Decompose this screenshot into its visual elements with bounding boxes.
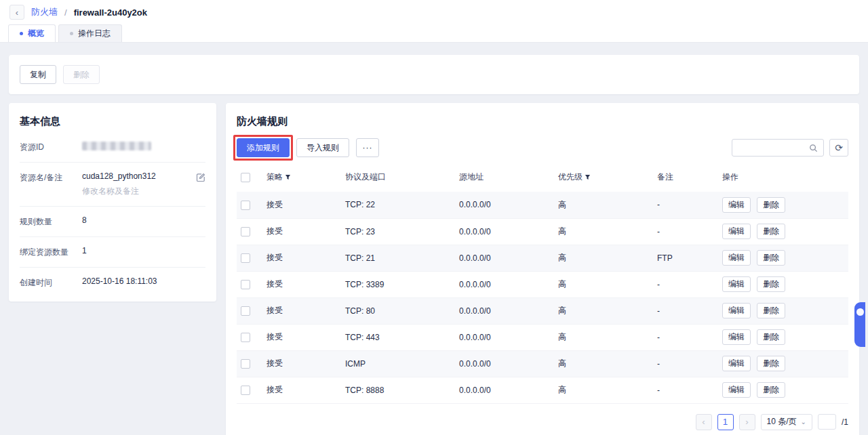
- copy-button[interactable]: 复制: [20, 65, 56, 84]
- back-button[interactable]: ‹: [9, 5, 24, 20]
- cell-policy: 接受: [262, 377, 341, 403]
- rules-table: 策略 协议及端口 源地址 优先级 备注 操作 接受 TCP: 22 0.0.0.…: [237, 167, 848, 404]
- policy-filter-icon[interactable]: [285, 173, 291, 182]
- cell-priority: 高: [554, 377, 653, 403]
- tab-overview[interactable]: 概览: [8, 24, 56, 42]
- delete-rule-button[interactable]: 删除: [757, 197, 785, 213]
- cell-note: -: [653, 324, 718, 350]
- row-checkbox[interactable]: [241, 359, 250, 369]
- delete-rule-button[interactable]: 删除: [757, 329, 785, 345]
- row-checkbox[interactable]: [241, 386, 250, 395]
- cell-policy: 接受: [262, 324, 341, 350]
- field-label: 绑定资源数量: [20, 246, 82, 258]
- row-checkbox[interactable]: [241, 306, 250, 316]
- resource-name-value: cuda128_python312: [82, 171, 156, 181]
- cell-priority: 高: [554, 297, 653, 324]
- floating-helper-widget[interactable]: [854, 302, 865, 347]
- cell-source: 0.0.0.0/0: [455, 192, 554, 218]
- priority-filter-icon[interactable]: [585, 173, 591, 182]
- table-row: 接受 TCP: 8888 0.0.0.0/0 高 - 编辑 删除: [237, 377, 848, 403]
- edit-rule-button[interactable]: 编辑: [722, 197, 751, 213]
- cell-policy: 接受: [262, 350, 341, 377]
- header-protocol: 协议及端口: [345, 172, 386, 182]
- table-row: 接受 TCP: 22 0.0.0.0/0 高 - 编辑 删除: [237, 192, 848, 218]
- cell-policy: 接受: [262, 271, 341, 297]
- header-priority: 优先级: [558, 172, 583, 182]
- cell-source: 0.0.0.0/0: [455, 350, 554, 377]
- delete-rule-button[interactable]: 删除: [757, 303, 785, 318]
- page-size-select[interactable]: 10 条/页 ⌄: [761, 414, 812, 430]
- action-toolbar-card: 复制 删除: [9, 55, 859, 94]
- cell-priority: 高: [554, 245, 653, 271]
- row-checkbox[interactable]: [241, 333, 250, 342]
- resource-name-hint: 修改名称及备注: [82, 186, 156, 197]
- header-note: 备注: [657, 172, 673, 182]
- field-label: 创建时间: [20, 276, 82, 289]
- delete-rule-button[interactable]: 删除: [757, 224, 785, 239]
- field-resource-id: 资源ID: [20, 132, 205, 163]
- table-row: 接受 TCP: 3389 0.0.0.0/0 高 - 编辑 删除: [237, 271, 848, 297]
- table-header-row: 策略 协议及端口 源地址 优先级 备注 操作: [237, 167, 848, 192]
- add-rule-button[interactable]: 添加规则: [237, 138, 290, 157]
- field-label: 资源ID: [20, 141, 82, 153]
- edit-rule-button[interactable]: 编辑: [722, 382, 751, 398]
- content-area: 复制 删除 基本信息 资源ID 资源名/备注 cuda128_python312…: [0, 43, 868, 435]
- breadcrumb-section[interactable]: 防火墙: [31, 6, 58, 18]
- cell-protocol: TCP: 23: [341, 218, 455, 245]
- row-checkbox[interactable]: [241, 227, 250, 236]
- next-page-button[interactable]: ›: [739, 414, 755, 430]
- tab-operation-log[interactable]: 操作日志: [58, 24, 122, 42]
- current-page-button[interactable]: 1: [717, 414, 734, 430]
- delete-rule-button[interactable]: 删除: [757, 276, 785, 292]
- edit-rule-button[interactable]: 编辑: [722, 303, 751, 318]
- edit-name-icon[interactable]: [196, 173, 205, 182]
- refresh-icon: ⟳: [835, 142, 843, 153]
- cell-priority: 高: [554, 271, 653, 297]
- edit-rule-button[interactable]: 编辑: [722, 329, 751, 345]
- field-created-time: 创建时间 2025-10-16 18:11:03: [20, 268, 205, 297]
- field-bound-count: 绑定资源数量 1: [20, 237, 205, 268]
- bound-count-value: 1: [82, 246, 87, 255]
- chevron-down-icon: ⌄: [801, 418, 806, 426]
- cell-policy: 接受: [262, 245, 341, 271]
- select-all-checkbox[interactable]: [241, 173, 250, 182]
- edit-rule-button[interactable]: 编辑: [722, 224, 751, 239]
- cell-source: 0.0.0.0/0: [455, 245, 554, 271]
- delete-rule-button[interactable]: 删除: [757, 356, 785, 371]
- tab-dot-icon: [70, 32, 73, 35]
- row-checkbox[interactable]: [241, 253, 250, 263]
- edit-rule-button[interactable]: 编辑: [722, 356, 751, 371]
- refresh-button[interactable]: ⟳: [829, 139, 848, 157]
- page-jump-input[interactable]: [818, 414, 836, 430]
- cell-protocol: TCP: 8888: [341, 377, 455, 403]
- cell-protocol: TCP: 80: [341, 297, 455, 324]
- delete-rule-button[interactable]: 删除: [757, 382, 785, 398]
- cell-priority: 高: [554, 324, 653, 350]
- table-row: 接受 ICMP 0.0.0.0/0 高 - 编辑 删除: [237, 350, 848, 377]
- cell-priority: 高: [554, 192, 653, 218]
- cell-protocol: TCP: 22: [341, 192, 455, 218]
- search-input[interactable]: [738, 142, 809, 153]
- tab-label: 概览: [28, 28, 44, 39]
- prev-page-button[interactable]: ‹: [696, 414, 712, 430]
- edit-rule-button[interactable]: 编辑: [722, 250, 751, 266]
- row-checkbox[interactable]: [241, 280, 250, 289]
- more-actions-button[interactable]: ···: [356, 138, 379, 157]
- field-resource-name: 资源名/备注 cuda128_python312 修改名称及备注: [20, 163, 205, 207]
- row-checkbox[interactable]: [241, 201, 250, 210]
- cell-protocol: TCP: 443: [341, 324, 455, 350]
- breadcrumb-current: firewall-2u40y2ok: [74, 7, 147, 18]
- delete-rule-button[interactable]: 删除: [757, 250, 785, 266]
- created-time-value: 2025-10-16 18:11:03: [82, 276, 157, 286]
- cell-protocol: TCP: 3389: [341, 271, 455, 297]
- import-rule-button[interactable]: 导入规则: [296, 138, 349, 157]
- delete-button[interactable]: 删除: [63, 65, 100, 84]
- cell-protocol: TCP: 21: [341, 245, 455, 271]
- table-row: 接受 TCP: 80 0.0.0.0/0 高 - 编辑 删除: [237, 297, 848, 324]
- cell-note: -: [653, 350, 718, 377]
- edit-rule-button[interactable]: 编辑: [722, 276, 751, 292]
- table-row: 接受 TCP: 23 0.0.0.0/0 高 - 编辑 删除: [237, 218, 848, 245]
- search-icon: [809, 144, 818, 152]
- cell-source: 0.0.0.0/0: [455, 297, 554, 324]
- tab-bar: 概览 操作日志: [0, 24, 868, 43]
